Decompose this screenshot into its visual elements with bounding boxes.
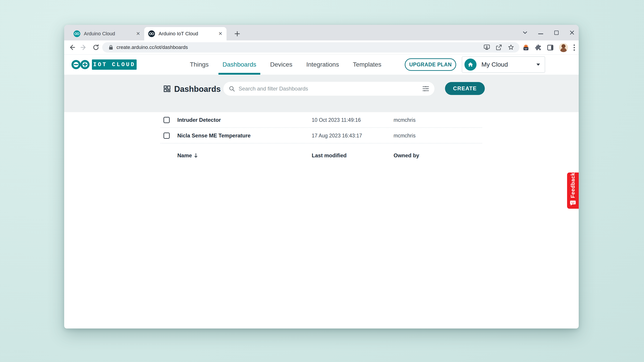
close-tab-icon[interactable]: ✕ [136, 31, 140, 36]
browser-profile-avatar[interactable] [559, 43, 568, 52]
app-nav-links: Things Dashboards Devices Integrations T… [188, 54, 383, 75]
nav-tab-integrations[interactable]: Integrations [305, 54, 340, 75]
app-navbar: IOT CLOUD Things Dashboards Devices Inte… [64, 54, 579, 75]
new-tab-button[interactable] [233, 30, 241, 38]
search-icon [229, 86, 235, 92]
table-row[interactable]: Nicla Sense ME Temperature 17 Aug 2023 1… [64, 128, 579, 143]
filter-sliders-icon[interactable] [422, 86, 429, 92]
column-header-owned-by[interactable]: Owned by [394, 152, 419, 159]
minimize-icon[interactable] [538, 30, 544, 35]
bookmark-star-icon[interactable] [508, 44, 514, 50]
arduino-logo-icon [71, 59, 90, 70]
feedback-label: Feedback [570, 173, 576, 198]
table-header: Name Last modified Owned by [64, 152, 579, 161]
iot-cloud-badge: IOT CLOUD [92, 59, 137, 70]
browser-menu-kebab-icon[interactable] [573, 44, 575, 51]
dashboard-last-modified: 17 Aug 2023 16:43:17 [312, 128, 362, 143]
dashboard-owner: mcmchris [394, 112, 416, 128]
dashboard-name[interactable]: Intruder Detector [177, 112, 221, 128]
nav-tab-dashboards[interactable]: Dashboards [221, 54, 258, 75]
page-title: Dashboards [174, 84, 221, 94]
maximize-icon[interactable] [554, 30, 559, 35]
lock-icon [108, 45, 113, 50]
column-header-name[interactable]: Name [177, 152, 198, 159]
reload-button[interactable] [91, 42, 101, 52]
content-header: Dashboards CREATE Name Last modified [64, 75, 579, 112]
tab-arduino-iot-cloud[interactable]: Arduino IoT Cloud ✕ [144, 27, 226, 40]
tab-arduino-cloud[interactable]: Arduino Cloud ✕ [70, 27, 144, 40]
side-panel-icon[interactable] [547, 44, 554, 51]
extensions-puzzle-icon[interactable] [535, 44, 542, 51]
toolbar-extensions-area [522, 40, 575, 54]
workspace-label: My Cloud [482, 61, 536, 68]
arduino-favicon-teal-icon [74, 30, 80, 37]
tab-label: Arduino Cloud [84, 31, 133, 37]
window-controls [522, 25, 575, 40]
search-input[interactable] [238, 86, 422, 92]
tab-label: Arduino IoT Cloud [158, 31, 215, 37]
dashboards-icon [164, 85, 170, 92]
install-icon[interactable] [484, 44, 490, 50]
create-button[interactable]: CREATE [445, 82, 485, 95]
restore-down-chevron-icon[interactable] [522, 30, 528, 35]
forward-button[interactable] [79, 42, 89, 52]
dashboard-owner: mcmchris [394, 128, 416, 143]
dashboards-table: Intruder Detector 10 Oct 2023 11:49:16 m… [64, 112, 579, 143]
address-bar-actions [484, 44, 514, 50]
dashboard-last-modified: 10 Oct 2023 11:49:16 [312, 112, 361, 128]
back-button[interactable] [67, 42, 77, 52]
close-window-icon[interactable] [569, 30, 575, 35]
nav-tab-templates[interactable]: Templates [352, 54, 383, 75]
browser-window: Arduino Cloud ✕ Arduino IoT Cloud ✕ [64, 25, 579, 329]
arduino-favicon-dark-icon [148, 30, 155, 37]
chevron-down-icon [536, 63, 540, 66]
share-icon[interactable] [496, 44, 502, 50]
home-icon [468, 62, 474, 67]
upgrade-plan-button[interactable]: UPGRADE PLAN [405, 58, 456, 71]
row-checkbox[interactable] [164, 132, 170, 139]
tab-strip: Arduino Cloud ✕ Arduino IoT Cloud ✕ [64, 25, 579, 40]
address-bar[interactable]: create.arduino.cc/iot/dashboards [102, 42, 520, 52]
column-header-last-modified[interactable]: Last modified [312, 152, 346, 159]
dashboard-name[interactable]: Nicla Sense ME Temperature [177, 128, 251, 143]
close-tab-icon[interactable]: ✕ [218, 31, 222, 36]
table-row[interactable]: Intruder Detector 10 Oct 2023 11:49:16 m… [64, 112, 579, 128]
nav-tab-things[interactable]: Things [188, 54, 210, 75]
shopping-extension-icon[interactable] [522, 44, 530, 51]
nav-tab-devices[interactable]: Devices [269, 54, 294, 75]
row-checkbox[interactable] [164, 117, 170, 123]
home-circle [464, 58, 476, 71]
browser-toolbar: create.arduino.cc/iot/dashboards [64, 40, 579, 54]
search-bar[interactable] [224, 82, 434, 96]
workspace-selector[interactable]: My Cloud [462, 56, 545, 73]
feedback-button[interactable]: Feedback [567, 173, 579, 209]
sort-desc-icon [194, 153, 198, 158]
plus-icon [234, 31, 240, 37]
url-text: create.arduino.cc/iot/dashboards [116, 44, 484, 50]
feedback-chat-icon [570, 200, 576, 206]
